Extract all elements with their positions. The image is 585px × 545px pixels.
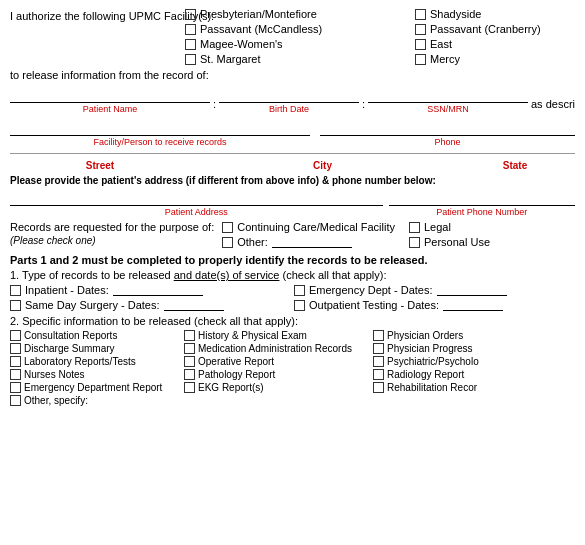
cb-ekg-report[interactable]: EKG Report(s) [184, 382, 369, 393]
cb-mercy[interactable]: Mercy [415, 53, 575, 65]
cb-outpatient-testing[interactable]: Outpatient Testing - Dates: [294, 299, 575, 311]
checkbox-same-day-surgery[interactable] [10, 300, 21, 311]
cb-radiology-report[interactable]: Radiology Report [373, 369, 533, 380]
checkbox-inpatient[interactable] [10, 285, 21, 296]
cb-magee[interactable]: Magee-Women's [185, 38, 385, 50]
state-label: State [455, 160, 575, 171]
cb-operative-report[interactable]: Operative Report [184, 356, 369, 367]
checkbox-mercy[interactable] [415, 54, 426, 65]
cb-label-emergency-dept-report: Emergency Department Report [24, 382, 162, 393]
cb-passavant-cr[interactable]: Passavant (Cranberry) [415, 23, 575, 35]
cb-inpatient[interactable]: Inpatient - Dates: [10, 284, 291, 296]
checkbox-physician-orders[interactable] [373, 330, 384, 341]
checkbox-discharge-summary[interactable] [10, 343, 21, 354]
cb-label-presbyterian: Presbyterian/Montefiore [200, 8, 317, 20]
cb-continuing-care[interactable]: Continuing Care/Medical Facility [222, 221, 395, 233]
cb-st-margaret[interactable]: St. Margaret [185, 53, 385, 65]
cb-label-st-margaret: St. Margaret [200, 53, 261, 65]
cb-same-day-surgery[interactable]: Same Day Surgery - Dates: [10, 299, 291, 311]
cb-label-pathology-report: Pathology Report [198, 369, 275, 380]
checkbox-emergency-dept[interactable] [294, 285, 305, 296]
cb-label-passavant-cr: Passavant (Cranberry) [430, 23, 541, 35]
cb-laboratory-reports[interactable]: Laboratory Reports/Tests [10, 356, 180, 367]
checkbox-personal-use[interactable] [409, 237, 420, 248]
checkbox-legal[interactable] [409, 222, 420, 233]
checkbox-rehabilitation[interactable] [373, 382, 384, 393]
cb-other-specify[interactable]: Other, specify: [10, 395, 180, 406]
checkbox-passavant-cr[interactable] [415, 24, 426, 35]
cb-label-psychiatric: Psychiatric/Psycholo [387, 356, 479, 367]
patient-name-input[interactable] [10, 87, 210, 103]
checkbox-operative-report[interactable] [184, 356, 195, 367]
checkbox-radiology-report[interactable] [373, 369, 384, 380]
cb-emergency-dept-report[interactable]: Emergency Department Report [10, 382, 180, 393]
checkbox-outpatient-testing[interactable] [294, 300, 305, 311]
checkbox-east[interactable] [415, 39, 426, 50]
cb-label-east: East [430, 38, 452, 50]
checkbox-ekg-report[interactable] [184, 382, 195, 393]
checkbox-psychiatric[interactable] [373, 356, 384, 367]
cb-label-personal-use: Personal Use [424, 236, 490, 248]
cb-legal[interactable]: Legal [409, 221, 490, 233]
phone-input[interactable] [320, 120, 575, 136]
checkbox-st-margaret[interactable] [185, 54, 196, 65]
facility-label: Facility/Person to receive records [93, 137, 226, 147]
ssn-mrn-input[interactable] [368, 87, 528, 103]
patient-address-input[interactable] [10, 190, 383, 206]
cb-passavant-mc[interactable]: Passavant (McCandless) [185, 23, 385, 35]
cb-pathology-report[interactable]: Pathology Report [184, 369, 369, 380]
phone-label: Phone [434, 137, 460, 147]
checkbox-history-physical[interactable] [184, 330, 195, 341]
cb-nurses-notes[interactable]: Nurses Notes [10, 369, 180, 380]
cb-discharge-summary[interactable]: Discharge Summary [10, 343, 180, 354]
cb-label-discharge-summary: Discharge Summary [24, 343, 115, 354]
please-check-label: (Please check one) [10, 235, 214, 246]
cb-label-magee: Magee-Women's [200, 38, 283, 50]
cb-consultation-reports[interactable]: Consultation Reports [10, 330, 180, 341]
inpatient-date-input[interactable] [113, 284, 203, 296]
release-line: to release information from the record o… [10, 69, 575, 81]
cb-east[interactable]: East [415, 38, 575, 50]
checkbox-medication-admin[interactable] [184, 343, 195, 354]
emergency-dept-date-input[interactable] [437, 284, 507, 296]
cb-label-laboratory-reports: Laboratory Reports/Tests [24, 356, 136, 367]
cb-rehabilitation[interactable]: Rehabilitation Recor [373, 382, 533, 393]
cb-label-continuing-care: Continuing Care/Medical Facility [237, 221, 395, 233]
checkbox-other-specify[interactable] [10, 395, 21, 406]
checkbox-consultation-reports[interactable] [10, 330, 21, 341]
cb-label-rehabilitation: Rehabilitation Recor [387, 382, 477, 393]
checkbox-continuing-care[interactable] [222, 222, 233, 233]
cb-physician-progress[interactable]: Physician Progress [373, 343, 533, 354]
checkbox-pathology-report[interactable] [184, 369, 195, 380]
cb-label-operative-report: Operative Report [198, 356, 274, 367]
facility-input[interactable] [10, 120, 310, 136]
checkbox-shadyside[interactable] [415, 9, 426, 20]
same-day-surgery-date-input[interactable] [164, 299, 224, 311]
cb-presbyterian[interactable]: Presbyterian/Montefiore [185, 8, 385, 20]
other-input[interactable] [272, 236, 352, 248]
cb-medication-admin[interactable]: Medication Administration Records [184, 343, 369, 354]
cb-history-physical[interactable]: History & Physical Exam [184, 330, 369, 341]
cb-personal-use[interactable]: Personal Use [409, 236, 490, 248]
cb-other[interactable]: Other: [222, 236, 395, 248]
checkbox-emergency-dept-report[interactable] [10, 382, 21, 393]
cb-label-radiology-report: Radiology Report [387, 369, 464, 380]
checkbox-laboratory-reports[interactable] [10, 356, 21, 367]
section1-check: (check all that apply): [279, 269, 386, 281]
checkbox-other[interactable] [222, 237, 233, 248]
checkbox-passavant-mc[interactable] [185, 24, 196, 35]
cb-label-physician-progress: Physician Progress [387, 343, 473, 354]
cb-physician-orders[interactable]: Physician Orders [373, 330, 533, 341]
checkbox-physician-progress[interactable] [373, 343, 384, 354]
birth-date-input[interactable] [219, 87, 359, 103]
outpatient-testing-date-input[interactable] [443, 299, 503, 311]
cb-emergency-dept[interactable]: Emergency Dept - Dates: [294, 284, 575, 296]
checkbox-presbyterian[interactable] [185, 9, 196, 20]
checkbox-magee[interactable] [185, 39, 196, 50]
patient-phone-input[interactable] [389, 190, 575, 206]
section1-underline: and date(s) of service [174, 269, 280, 281]
cb-shadyside[interactable]: Shadyside [415, 8, 575, 20]
cb-label-mercy: Mercy [430, 53, 460, 65]
cb-psychiatric[interactable]: Psychiatric/Psycholo [373, 356, 533, 367]
checkbox-nurses-notes[interactable] [10, 369, 21, 380]
